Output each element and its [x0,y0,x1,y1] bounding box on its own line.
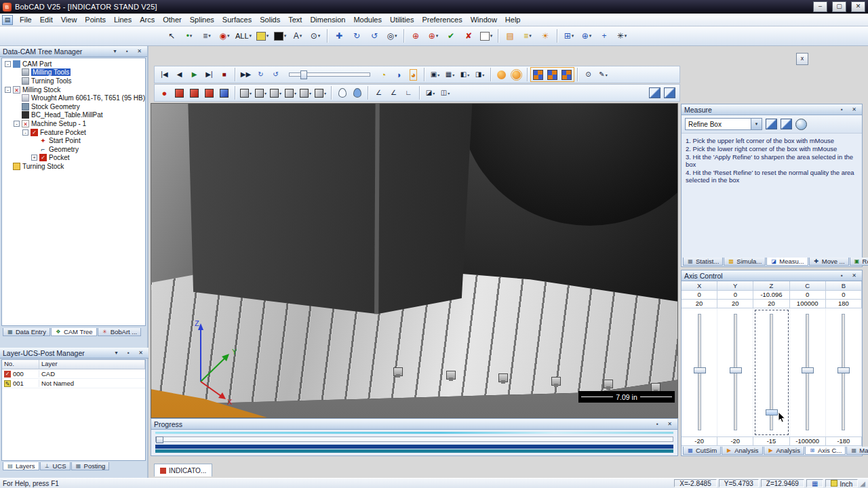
slider-track[interactable] [698,314,701,430]
go-to-start-button[interactable]: |◀ [157,68,172,81]
stock-wire-button[interactable] [202,86,216,100]
pin-icon[interactable]: ▪ [652,420,663,429]
layer-edit-icon[interactable]: ✎ [4,380,11,387]
bobart-tools-button[interactable]: ▤ [501,28,519,43]
sim-report-button[interactable]: ▣▾ [428,68,442,81]
section-plane-button[interactable]: ◫▾ [438,86,452,100]
menu-surfaces[interactable]: Surfaces [218,14,256,25]
tree-item-start-point[interactable]: ✦Start Point [2,136,145,145]
pin-icon[interactable]: ▪ [122,47,132,56]
tab-data-entry[interactable]: ▦Data Entry [3,328,50,336]
tab-analysis-2[interactable]: ▶Analysis [764,447,804,455]
view-right-button[interactable]: ▾ [283,86,298,100]
close-panel-icon[interactable]: ✕ [849,271,859,281]
tree-item-millpat[interactable]: BC_Head_Table.MillPat [2,111,145,120]
close-panel-icon[interactable]: ✕ [665,420,675,429]
tab-machine[interactable]: ▦Machi... [846,447,868,455]
ucs-origin-button[interactable]: ⊕ [407,28,425,43]
tab-simulation[interactable]: ▩Simula... [724,258,766,266]
previous-view-button[interactable]: ↺ [366,28,383,43]
tab-report[interactable]: ▣Report [850,258,868,266]
annotate-button[interactable]: ✎▾ [596,68,610,81]
dock-menu-icon[interactable]: ▾ [111,348,121,358]
menu-arcs[interactable]: Arcs [136,14,159,25]
expander[interactable]: - [22,129,28,136]
menu-help[interactable]: Help [501,14,525,25]
layer-row-000[interactable]: ✓000 CAD [2,369,145,379]
view-iso-button[interactable]: ▾ [239,86,253,100]
refine-mode-dropdown[interactable]: Refine Box ▾ [685,118,762,130]
menu-edit[interactable]: Edit [36,14,57,25]
maximize-button[interactable]: ▢ [832,1,846,12]
tree-item-geometry[interactable]: ⌐Geometry [2,145,145,154]
stock-translucent-button[interactable] [187,86,201,100]
menu-other[interactable]: Other [159,14,186,25]
tree-item-turning-tools[interactable]: Turning Tools [2,77,145,85]
fast-forward-button[interactable]: ▶▶ [239,68,253,81]
menu-view[interactable]: View [57,14,81,25]
reset-refine-button[interactable] [781,119,792,129]
select-tool-button[interactable]: ↖ [163,28,180,43]
pin-icon[interactable]: ▪ [837,105,847,115]
tab-move[interactable]: ✚Move ... [809,258,849,266]
tree-item-milling-tools[interactable]: Milling Tools [2,68,145,77]
col-no[interactable]: No. [2,360,39,369]
slope-measure-button[interactable]: ∠ [387,86,401,100]
tab-statistics[interactable]: ▦Statist... [683,258,723,266]
pan-view-button[interactable]: ✚ [330,28,348,43]
close-button[interactable]: ✕ [851,1,865,12]
axis-c-slider[interactable] [790,308,826,436]
progress-scrubber-handle[interactable] [156,436,163,443]
menu-file[interactable]: File [16,14,36,25]
menu-solids[interactable]: Solids [256,14,284,25]
tree-item-material[interactable]: Wrought Alum 6061-T6, T651 (95 HB) [2,94,145,102]
expander[interactable]: - [5,61,11,67]
tool-quality-low-button[interactable] [494,68,509,81]
tab-cam-tree[interactable]: ❖CAM Tree [51,328,97,336]
axis-y-slider[interactable] [717,308,753,436]
hatch-button[interactable]: ≡▾ [519,28,536,43]
expander[interactable]: + [31,155,37,161]
slider-track[interactable] [806,314,809,430]
menu-dimension[interactable]: Dimension [306,14,349,25]
close-panel-icon[interactable]: ✕ [849,105,859,115]
section-view-button[interactable]: ◪▾ [423,86,437,100]
inspect-zoom-button[interactable]: ⊙ [581,68,595,81]
tab-bobart[interactable]: ✳BobArt ... [98,328,142,336]
cancel-button[interactable]: ✘ [460,28,477,43]
tab-ucs[interactable]: ⊥UCS [40,462,71,470]
ucs-axes-button[interactable]: ⊕▾ [425,28,442,43]
close-panel-icon[interactable]: ✕ [136,348,146,358]
deviation-button[interactable] [663,86,677,100]
stock-solid-button[interactable] [172,86,186,100]
layer-row-001[interactable]: ✎001 Not Named [2,379,145,388]
play-button[interactable]: ▶ [187,68,201,81]
axis-z-handle[interactable] [766,409,778,415]
document-tab[interactable]: INDICATO... [154,464,212,476]
resize-grip[interactable]: ◢ [860,480,865,487]
center-snap-button[interactable]: + [595,28,613,43]
slider-track[interactable] [770,314,773,430]
axis-y-handle[interactable] [730,367,742,373]
expander[interactable]: - [14,121,20,127]
go-to-end-button[interactable]: ▶| [202,68,216,81]
point-snap-button[interactable]: •▾ [180,28,198,43]
capture-button[interactable] [795,119,807,130]
coolant-on-button[interactable] [350,86,364,100]
tab-analysis-1[interactable]: ▶Analysis [722,447,762,455]
color-swatch-button[interactable]: ▾ [254,28,271,43]
tab-measure[interactable]: ◪Measu... [766,258,808,266]
tree-item-turning-stock[interactable]: Turning Stock [2,162,145,171]
progress-scrubber[interactable] [155,436,673,442]
sim-record-button[interactable]: ▦▾ [443,68,457,81]
minimize-button[interactable]: – [813,1,827,12]
menu-utilities[interactable]: Utilities [386,14,418,25]
snap-settings-button[interactable]: ✳▾ [613,28,631,43]
close-panel-icon[interactable]: ✕ [134,47,144,56]
view-left-button[interactable]: ▾ [313,86,328,100]
slider-track[interactable] [734,314,737,430]
apply-refine-button[interactable] [545,68,559,81]
axis-b-slider[interactable] [826,308,862,436]
sim-options-button[interactable]: ◨▾ [473,68,487,81]
tree-item-stock-geometry[interactable]: Stock Geometry [2,102,145,111]
